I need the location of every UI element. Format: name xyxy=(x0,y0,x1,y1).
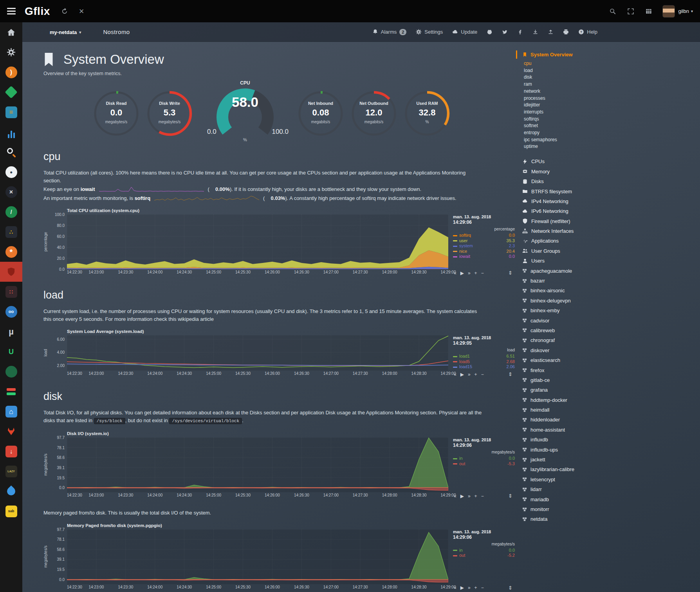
nav-item-idlejitter[interactable]: idlejitter xyxy=(524,102,700,109)
nextcloud-tab[interactable]: oo xyxy=(0,302,22,322)
legend-row-in[interactable]: in0.0 xyxy=(453,548,515,553)
nav-item-hiddenloader[interactable]: hiddenloader xyxy=(522,415,700,425)
pan-right-button[interactable]: » xyxy=(468,493,471,499)
update-button[interactable]: Update xyxy=(452,29,477,35)
resize-handle[interactable]: ⇕ xyxy=(508,585,512,591)
apps-grid-button[interactable] xyxy=(645,8,652,15)
pan-right-button[interactable]: » xyxy=(468,270,471,276)
zoom-in-button[interactable]: + xyxy=(474,585,477,590)
export-snapshot-button[interactable] xyxy=(548,29,554,35)
legend-row-nice[interactable]: nice20.4 xyxy=(453,249,515,254)
settings-button[interactable]: Settings xyxy=(416,29,443,35)
home-tab[interactable] xyxy=(0,22,22,42)
nav-item-binhex-delugevpn[interactable]: binhex-delugevpn xyxy=(522,296,700,306)
home-assistant-tab[interactable]: ⌂ xyxy=(0,401,22,421)
airsonic-tab[interactable] xyxy=(0,122,22,142)
nav-item-jackett[interactable]: jackett xyxy=(522,455,700,464)
nav-item-influxdb-ups[interactable]: influxdb-ups xyxy=(522,444,700,454)
fullscreen-button[interactable] xyxy=(627,8,634,15)
cpu-chart-plot[interactable] xyxy=(67,214,448,269)
ombi-tab[interactable]: / xyxy=(0,202,22,222)
zoom-in-button[interactable]: + xyxy=(474,270,477,276)
kodi-tab[interactable]: × xyxy=(0,182,22,202)
load-chart-plot[interactable] xyxy=(67,335,448,371)
nav-item-cadvisor[interactable]: cadvisor xyxy=(522,315,700,325)
legend-row-softirq[interactable]: softirq0.0 xyxy=(453,233,515,238)
nav-item-home-assistant[interactable]: home-assistant xyxy=(522,425,700,435)
legend-row-user[interactable]: user35.3 xyxy=(453,238,515,244)
nav-item-user-groups[interactable]: User Groups xyxy=(522,246,700,256)
nav-item-binhex-airsonic[interactable]: binhex-airsonic xyxy=(522,286,700,295)
cpu-gauge[interactable]: CPU58.00.0100.0% xyxy=(196,80,294,137)
nav-item-heimdall[interactable]: heimdall xyxy=(522,405,700,415)
nav-item-grafana[interactable]: grafana xyxy=(522,385,700,395)
legend-row-load15[interactable]: load152.06 xyxy=(453,364,515,370)
nav-item-cpu[interactable]: cpu xyxy=(524,60,700,67)
downloader-tab[interactable]: ↓ xyxy=(0,441,22,461)
monitorr-tab[interactable] xyxy=(0,381,22,401)
zoom-out-button[interactable]: − xyxy=(481,372,484,377)
nav-item-memory[interactable]: Memory xyxy=(522,167,700,176)
deluge-tab[interactable] xyxy=(0,362,22,381)
nav-item-monitorr[interactable]: monitorr xyxy=(522,504,700,514)
nav-item-ipv6-networking[interactable]: IPv6 Networking xyxy=(522,206,700,216)
nav-item-bazarr[interactable]: bazarr xyxy=(522,276,700,286)
zoom-in-button[interactable]: + xyxy=(474,493,477,499)
play-button[interactable]: ▶ xyxy=(460,585,464,590)
print-button[interactable] xyxy=(563,29,569,35)
help-button[interactable]: ? Help xyxy=(578,29,597,35)
nav-item-disks[interactable]: Disks xyxy=(522,176,700,186)
nav-item-applications[interactable]: Applications xyxy=(522,236,700,246)
import-snapshot-button[interactable] xyxy=(532,29,538,35)
influxdb-tab[interactable] xyxy=(0,481,22,501)
play-button[interactable]: ▶ xyxy=(460,493,464,499)
nav-item-netdata[interactable]: netdata xyxy=(522,514,700,524)
nav-item-lidarr[interactable]: lidarr xyxy=(522,484,700,494)
disk-read-gauge[interactable]: Disk Read0.0megabytes/s xyxy=(90,86,143,137)
legend-row-load1[interactable]: load16.51 xyxy=(453,354,515,359)
alarms-button[interactable]: Alarms 2 xyxy=(372,29,407,35)
legend-row-system[interactable]: system2.3 xyxy=(453,243,515,249)
nav-item-chronograf[interactable]: chronograf xyxy=(522,335,700,345)
nav-item-cpus[interactable]: CPUs xyxy=(522,157,700,166)
nav-item-diskover[interactable]: diskover xyxy=(522,345,700,355)
zoom-out-button[interactable]: − xyxy=(481,270,484,276)
nav-item-system-overview[interactable]: System Overview xyxy=(516,50,700,59)
search-button[interactable] xyxy=(609,8,616,15)
lazylibrarian-tab[interactable]: LAZY xyxy=(0,461,22,481)
disk-chart-plot[interactable] xyxy=(67,437,448,492)
nav-item-firewall-netfilter[interactable]: Firewall (netfilter) xyxy=(522,216,700,226)
twitter-button[interactable] xyxy=(502,29,508,35)
server-dropdown[interactable]: my-netdata ▾ xyxy=(50,29,81,35)
nav-item-disk[interactable]: disk xyxy=(524,74,700,81)
net-inbound-gauge[interactable]: Net Inbound0.08megabits/s xyxy=(294,86,347,137)
vpn-shield-tab[interactable] xyxy=(0,262,22,282)
nav-item-gitlab-ce[interactable]: gitlab-ce xyxy=(522,375,700,385)
nav-item-letsencrypt[interactable]: letsencrypt xyxy=(522,475,700,484)
nav-item-load[interactable]: load xyxy=(524,67,700,74)
disk-chart[interactable]: Disk I/O (system.io) megabytes/s 97.778.… xyxy=(43,431,515,499)
net-outbound-gauge[interactable]: Net Outbound12.0megabits/s xyxy=(347,86,401,137)
close-tab-button[interactable]: × xyxy=(79,7,84,16)
refresh-tab-button[interactable] xyxy=(61,8,68,15)
resize-handle[interactable]: ⇕ xyxy=(508,371,512,377)
nav-item-binhex-emby[interactable]: binhex-emby xyxy=(522,306,700,315)
nav-item-users[interactable]: Users xyxy=(522,256,700,266)
hamburger-menu-button[interactable] xyxy=(0,8,22,14)
krusader-tab[interactable]: ∷ xyxy=(0,282,22,302)
facebook-button[interactable] xyxy=(517,29,523,35)
disk-write-gauge[interactable]: Disk Write5.3megabytes/s xyxy=(143,86,196,137)
nav-item-mariadb[interactable]: mariadb xyxy=(522,494,700,504)
play-button[interactable]: ▶ xyxy=(460,270,464,276)
nav-item-elasticsearch[interactable]: elasticsearch xyxy=(522,355,700,365)
nav-item-network[interactable]: network xyxy=(524,88,700,95)
nav-item-processes[interactable]: processes xyxy=(524,95,700,102)
nav-item-uptime[interactable]: uptime xyxy=(524,143,700,150)
zoom-out-button[interactable]: − xyxy=(481,493,484,499)
emby-tab[interactable]: ≡ xyxy=(0,102,22,122)
sabnzbd-tab[interactable]: sab xyxy=(0,501,22,521)
zoom-out-button[interactable]: − xyxy=(481,585,484,590)
play-button[interactable]: ▶ xyxy=(460,372,464,377)
nav-item-entropy[interactable]: entropy xyxy=(524,130,700,137)
nav-item-softnet[interactable]: softnet xyxy=(524,122,700,130)
